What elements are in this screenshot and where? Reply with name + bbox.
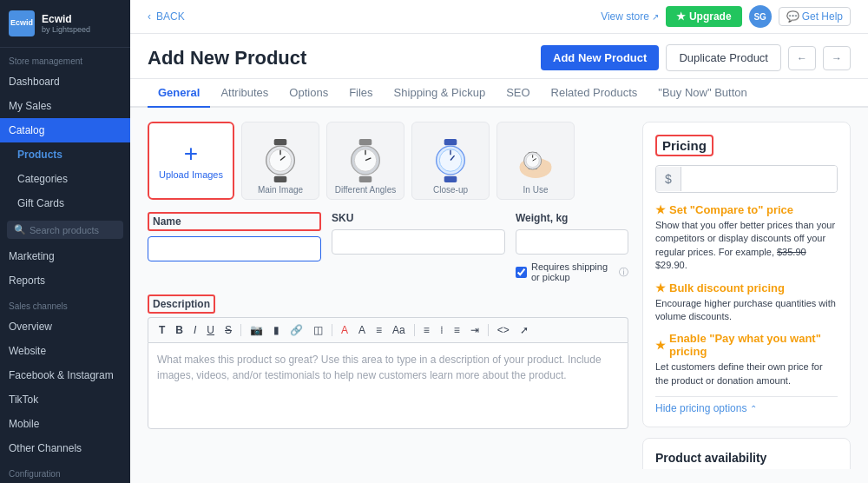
editor-btn-bg-color[interactable]: A — [355, 322, 369, 338]
editor-btn-font-size[interactable]: Aa — [389, 322, 409, 338]
pwyw-desc: Let customers define their own price for… — [655, 361, 838, 387]
editor-btn-source[interactable]: <> — [494, 322, 513, 338]
editor-btn-bold[interactable]: B — [172, 322, 187, 338]
image-thumb-inuse[interactable]: In Use — [496, 122, 575, 200]
editor-btn-image[interactable]: 📷 — [247, 322, 266, 338]
sidebar-item-categories[interactable]: Categories — [0, 167, 130, 191]
upgrade-button[interactable]: ★ Upgrade — [666, 6, 742, 27]
configuration-label: Configuration — [0, 460, 130, 482]
editor-btn-link[interactable]: 🔗 — [286, 322, 306, 338]
form-group-weight: Weight, kg 0 Requires shipping or pickup… — [516, 212, 628, 282]
search-products-box[interactable]: 🔍 — [7, 221, 123, 239]
requires-shipping-checkbox[interactable] — [516, 267, 527, 278]
tab-seo[interactable]: SEO — [496, 79, 540, 108]
compare-price-title[interactable]: ★ Set "Compare to" price — [655, 203, 838, 216]
sidebar-item-other-channels[interactable]: Other Channels — [0, 436, 130, 460]
topbar: ‹ BACK View store ↗ ★ Upgrade SG 💬 Get H… — [130, 0, 868, 34]
editor-btn-underline[interactable]: U — [203, 322, 218, 338]
duplicate-product-button[interactable]: Duplicate Product — [666, 44, 781, 71]
sidebar-item-tiktok[interactable]: TikTok — [0, 387, 130, 412]
tab-general[interactable]: General — [148, 79, 210, 108]
availability-title: Product availability — [655, 451, 838, 465]
page-title: Add New Product — [148, 47, 306, 69]
editor-btn-format[interactable]: T — [155, 322, 168, 338]
form-row-name-sku-weight: Name SKU Weight, kg 0 Requires shipping … — [148, 212, 628, 282]
tab-related-products[interactable]: Related Products — [541, 79, 648, 108]
hide-pricing-button[interactable]: Hide pricing options ⌃ — [655, 396, 838, 414]
editor-btn-expand[interactable]: ➚ — [516, 322, 532, 338]
editor-btn-align[interactable]: ≡ — [420, 322, 433, 338]
editor-area[interactable]: What makes this product so great? Use th… — [148, 342, 628, 429]
availability-card: Product availability Enabled — [642, 438, 851, 469]
tab-files[interactable]: Files — [339, 79, 383, 108]
sidebar-item-my-sales[interactable]: My Sales — [0, 94, 130, 118]
sidebar-item-facebook-instagram[interactable]: Facebook & Instagram — [0, 363, 130, 387]
price-input[interactable]: 0.00 — [681, 166, 838, 192]
editor-btn-list-bullet[interactable]: ⁞ — [437, 322, 447, 338]
sidebar-item-marketing[interactable]: Marketing — [0, 244, 130, 268]
sidebar-item-website[interactable]: Website — [0, 339, 130, 363]
editor-btn-strikethrough[interactable]: S — [221, 322, 235, 338]
search-products-input[interactable] — [30, 225, 116, 235]
svg-rect-6 — [359, 139, 372, 145]
pricing-option-bulk: ★ Bulk discount pricing Encourage higher… — [655, 281, 838, 324]
view-store-button[interactable]: View store ↗ — [601, 10, 659, 23]
plus-icon: + — [184, 142, 198, 166]
svg-rect-0 — [274, 139, 287, 145]
editor-btn-italic[interactable]: I — [190, 322, 200, 338]
sidebar-item-overview[interactable]: Overview — [0, 314, 130, 339]
description-label-wrap: Description — [148, 294, 628, 314]
sidebar-item-mobile[interactable]: Mobile — [0, 412, 130, 436]
editor-placeholder: What makes this product so great? Use th… — [157, 354, 602, 381]
ecwid-logo-icon: Ecwid — [9, 10, 35, 36]
content-area: + Upload Images Main Image — [130, 108, 868, 483]
editor-divider-2 — [332, 324, 332, 336]
bulk-discount-title[interactable]: ★ Bulk discount pricing — [655, 281, 838, 294]
editor-btn-font-color[interactable]: A — [338, 322, 352, 338]
sidebar-item-catalog[interactable]: Catalog — [0, 118, 130, 142]
sidebar-item-products[interactable]: Products — [0, 142, 130, 167]
name-input[interactable] — [148, 236, 321, 261]
tab-attributes[interactable]: Attributes — [210, 79, 279, 108]
editor-btn-format-text[interactable]: ≡ — [372, 322, 385, 338]
image-thumb-angles[interactable]: Different Angles — [326, 122, 404, 200]
star-icon-bulk: ★ — [655, 281, 666, 294]
next-product-button[interactable]: → — [823, 46, 851, 70]
chat-icon: 💬 — [786, 10, 799, 23]
pricing-option-pwyw: ★ Enable "Pay what you want" pricing Let… — [655, 332, 838, 387]
sku-label: SKU — [332, 212, 505, 224]
add-new-product-button[interactable]: Add New Product — [541, 45, 659, 70]
editor-btn-indent[interactable]: ⇥ — [467, 322, 483, 338]
pricing-card: Pricing $ 0.00 : ★ Set "Compare to" pric… — [642, 122, 851, 427]
sidebar-item-reports[interactable]: Reports — [0, 268, 130, 293]
main-content: ‹ BACK View store ↗ ★ Upgrade SG 💬 Get H… — [130, 0, 868, 483]
thumb-label-closeup: Close-up — [412, 185, 489, 195]
info-icon[interactable]: ⓘ — [619, 266, 628, 279]
tab-shipping-pickup[interactable]: Shipping & Pickup — [384, 79, 496, 108]
svg-rect-13 — [444, 176, 457, 182]
form-group-sku: SKU — [332, 212, 505, 255]
weight-input-wrap: 0 — [516, 229, 628, 255]
weight-input[interactable]: 0 — [516, 229, 628, 255]
store-management-label: Store management — [0, 48, 130, 69]
pricing-option-compare: ★ Set "Compare to" price Show that you o… — [655, 203, 838, 273]
tab-buy-now-button[interactable]: "Buy Now" Button — [648, 79, 757, 108]
form-group-name: Name — [148, 212, 321, 261]
upload-images-label: Upload Images — [159, 169, 223, 180]
pwyw-title[interactable]: ★ Enable "Pay what you want" pricing — [655, 332, 838, 358]
image-row: + Upload Images Main Image — [148, 122, 628, 200]
editor-btn-table[interactable]: ◫ — [310, 322, 326, 338]
upload-images-button[interactable]: + Upload Images — [148, 122, 234, 200]
editor-btn-shape[interactable]: ▮ — [270, 322, 283, 338]
tab-options[interactable]: Options — [279, 79, 339, 108]
avatar[interactable]: SG — [749, 5, 772, 28]
get-help-button[interactable]: 💬 Get Help — [779, 7, 851, 26]
sidebar-item-dashboard[interactable]: Dashboard — [0, 69, 130, 94]
sku-input[interactable] — [332, 229, 505, 255]
editor-btn-list-numbered[interactable]: ≡ — [450, 322, 464, 338]
back-button[interactable]: ‹ BACK — [148, 10, 185, 23]
sidebar-item-gift-cards[interactable]: Gift Cards — [0, 191, 130, 215]
image-thumb-closeup[interactable]: Close-up — [411, 122, 490, 200]
image-thumb-main[interactable]: Main Image — [241, 122, 319, 200]
prev-product-button[interactable]: ← — [788, 46, 816, 70]
